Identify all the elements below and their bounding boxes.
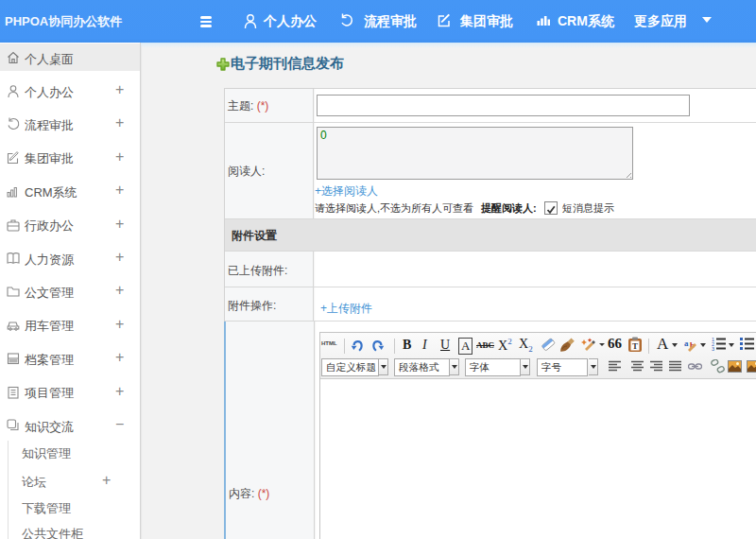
svg-text:a: a	[684, 339, 689, 348]
svg-text:T: T	[632, 341, 638, 351]
svg-text:3: 3	[712, 346, 714, 351]
